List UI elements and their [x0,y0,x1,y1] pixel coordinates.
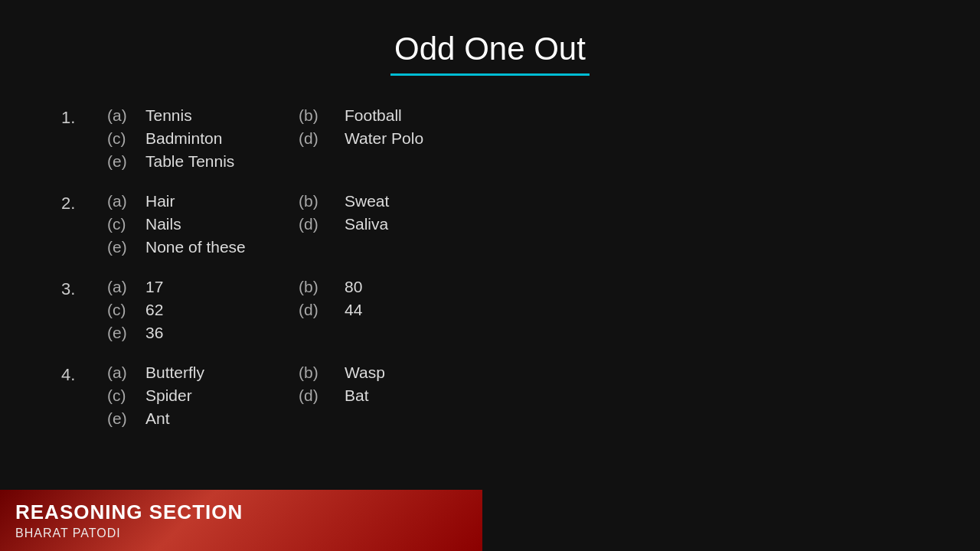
question-options-3: (a)17(b)80(c)62(d)44(e)36 [107,278,498,342]
opt-text: Table Tennis [145,152,299,171]
opt-label [299,152,345,171]
opt-text: Butterfly [145,364,299,382]
opt-label: (a) [107,106,145,125]
bottom-bar-subtitle: BHARAT PATODI [15,527,482,540]
opt-text: Spider [145,386,299,405]
bottom-bar: REASONING SECTION BHARAT PATODI [0,490,482,551]
opt-text [345,238,498,256]
opt-label: (e) [107,152,145,171]
questions-container: 1.(a)Tennis(b)Football(c)Badminton(d)Wat… [0,99,980,428]
opt-text: Badminton [145,129,299,148]
question-options-2: (a)Hair(b)Sweat(c)Nails(d)Saliva(e)None … [107,192,498,256]
opt-label: (d) [299,129,345,148]
opt-text: Saliva [345,215,498,233]
question-number-3: 3. [61,278,107,299]
opt-text: Nails [145,215,299,233]
question-options-4: (a)Butterfly(b)Wasp(c)Spider(d)Bat(e)Ant [107,364,498,428]
opt-label: (e) [107,238,145,256]
opt-label: (e) [107,409,145,428]
opt-text: 17 [145,278,299,296]
opt-text: 80 [345,278,498,296]
opt-label: (c) [107,129,145,148]
question-block-4: 4.(a)Butterfly(b)Wasp(c)Spider(d)Bat(e)A… [61,364,980,428]
opt-text: Bat [345,386,498,405]
opt-text [345,152,498,171]
opt-text: Hair [145,192,299,210]
opt-label: (d) [299,215,345,233]
opt-label: (b) [299,278,345,296]
opt-label [299,238,345,256]
opt-label: (b) [299,192,345,210]
opt-label: (c) [107,301,145,319]
opt-label [299,409,345,428]
opt-text: 44 [345,301,498,319]
opt-label: (b) [299,106,345,125]
opt-label: (b) [299,364,345,382]
opt-text: Football [345,106,498,125]
page-title: Odd One Out [0,0,980,67]
opt-text [345,324,498,342]
opt-text [345,409,498,428]
opt-text: Sweat [345,192,498,210]
bottom-bar-title: REASONING SECTION [15,500,482,524]
question-options-1: (a)Tennis(b)Football(c)Badminton(d)Water… [107,106,498,171]
opt-label: (a) [107,278,145,296]
question-number-2: 2. [61,192,107,214]
opt-text: Water Polo [345,129,498,148]
opt-label: (a) [107,192,145,210]
question-block-1: 1.(a)Tennis(b)Football(c)Badminton(d)Wat… [61,106,980,171]
question-block-2: 2.(a)Hair(b)Sweat(c)Nails(d)Saliva(e)Non… [61,192,980,256]
opt-text: 62 [145,301,299,319]
opt-text: Tennis [145,106,299,125]
question-number-1: 1. [61,106,107,128]
opt-label: (c) [107,386,145,405]
opt-text: Ant [145,409,299,428]
title-underline [390,73,590,76]
opt-label [299,324,345,342]
opt-label: (d) [299,301,345,319]
question-block-3: 3.(a)17(b)80(c)62(d)44(e)36 [61,278,980,342]
opt-label: (d) [299,386,345,405]
opt-text: Wasp [345,364,498,382]
opt-label: (c) [107,215,145,233]
question-number-4: 4. [61,364,107,385]
opt-label: (e) [107,324,145,342]
opt-text: None of these [145,238,299,256]
opt-label: (a) [107,364,145,382]
opt-text: 36 [145,324,299,342]
